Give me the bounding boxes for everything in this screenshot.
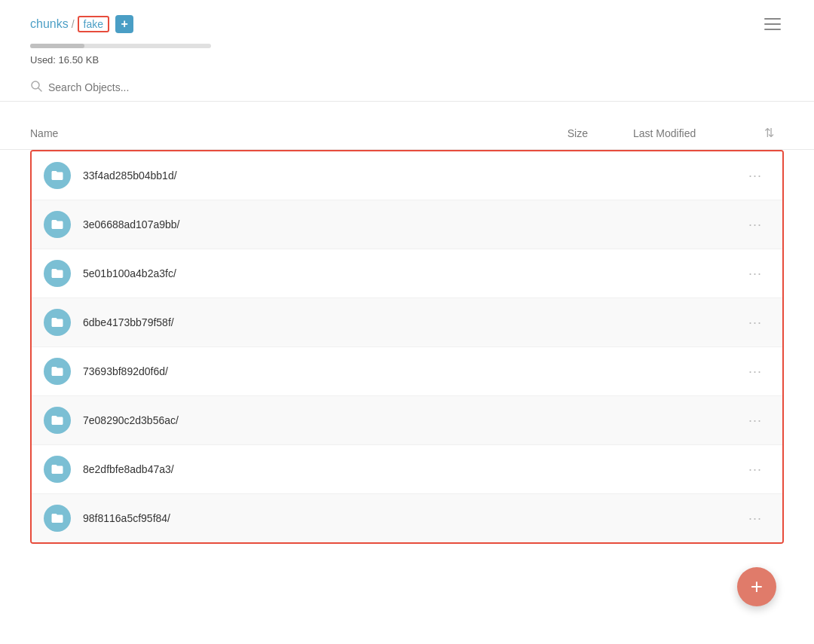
file-list: 33f4ad285b04bb1d/ ··· 3e06688ad107a9bb/ … [30,150,784,544]
table-row[interactable]: 98f8116a5cf95f84/ ··· [32,494,782,542]
file-name: 33f4ad285b04bb1d/ [83,169,529,182]
search-input[interactable] [48,81,274,93]
hamburger-menu-icon[interactable] [761,15,784,33]
svg-line-1 [38,88,41,91]
column-modified-header: Last Modified [633,127,754,139]
table-row[interactable]: 33f4ad285b04bb1d/ ··· [32,151,782,200]
file-name: 8e2dfbfe8adb47a3/ [83,463,529,475]
hamburger-line-1 [764,18,781,20]
folder-icon [44,309,71,336]
folder-icon [44,456,71,483]
column-size-header: Size [543,127,633,139]
column-name-header: Name [30,127,543,139]
folder-icon [44,407,71,434]
file-name: 7e08290c2d3b56ac/ [83,414,529,426]
file-menu-button[interactable]: ··· [740,266,770,282]
storage-label: Used: 16.50 KB [30,54,99,66]
file-menu-button[interactable]: ··· [740,315,770,331]
file-menu-button[interactable]: ··· [740,168,770,184]
add-fab-button[interactable]: + [737,567,776,606]
breadcrumb-parent[interactable]: chunks [30,17,69,31]
sort-button[interactable]: ⇅ [754,126,784,140]
folder-icon [44,505,71,532]
file-name: 73693bf892d0f6d/ [83,365,529,377]
file-name: 98f8116a5cf95f84/ [83,512,529,524]
table-row[interactable]: 73693bf892d0f6d/ ··· [32,347,782,396]
file-menu-button[interactable]: ··· [740,413,770,429]
hamburger-line-2 [764,23,781,25]
table-row[interactable]: 5e01b100a4b2a3fc/ ··· [32,249,782,298]
storage-bar-fill [30,44,84,48]
file-name: 5e01b100a4b2a3fc/ [83,267,529,279]
table-row[interactable]: 3e06688ad107a9bb/ ··· [32,200,782,249]
file-menu-button[interactable]: ··· [740,364,770,380]
hamburger-line-3 [764,29,781,30]
folder-icon [44,211,71,238]
file-name: 3e06688ad107a9bb/ [83,218,529,230]
file-menu-button[interactable]: ··· [740,462,770,478]
file-menu-button[interactable]: ··· [740,217,770,233]
storage-section: Used: 16.50 KB [0,41,814,74]
file-name: 6dbe4173bb79f58f/ [83,316,529,328]
search-icon [30,80,42,95]
search-section [0,74,814,102]
file-menu-button[interactable]: ··· [740,511,770,526]
breadcrumb-separator: / [72,18,75,30]
table-row[interactable]: 7e08290c2d3b56ac/ ··· [32,396,782,445]
table-header: Name Size Last Modified ⇅ [0,117,814,150]
header: chunks / fake + [0,0,814,41]
folder-icon [44,260,71,287]
folder-icon [44,162,71,189]
add-breadcrumb-button[interactable]: + [115,15,133,33]
folder-icon [44,358,71,385]
breadcrumb-current[interactable]: fake [78,16,109,32]
breadcrumb: chunks / fake + [30,15,133,33]
search-wrapper [30,80,784,95]
table-row[interactable]: 8e2dfbfe8adb47a3/ ··· [32,445,782,494]
storage-bar-track [30,44,211,48]
sort-icon: ⇅ [764,126,774,140]
table-row[interactable]: 6dbe4173bb79f58f/ ··· [32,298,782,347]
